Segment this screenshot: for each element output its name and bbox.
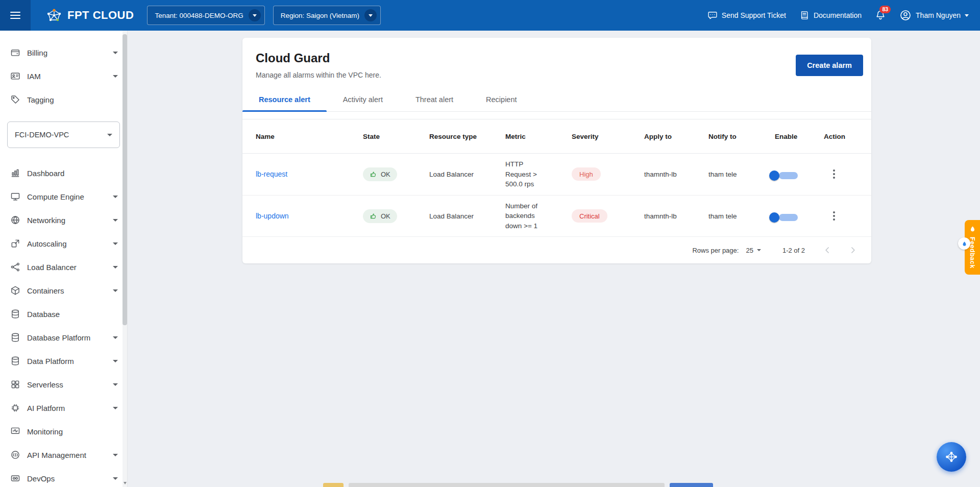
notifications-button[interactable]: 83: [875, 9, 886, 22]
database-platform-icon: [10, 332, 20, 343]
thumbs-up-icon: [370, 212, 377, 220]
table-header-row: Name State Resource type Metric Severity…: [242, 119, 871, 154]
chevron-down-icon: [113, 52, 118, 54]
page-title: Cloud Guard: [256, 51, 381, 65]
send-support-ticket-link[interactable]: Send Support Ticket: [707, 10, 786, 20]
sidebar-item-label: Billing: [27, 48, 47, 57]
sidebar-item-database[interactable]: Database: [0, 302, 127, 326]
col-apply-to: Apply to: [644, 133, 708, 140]
col-severity: Severity: [572, 133, 644, 140]
compute-engine-icon: [10, 191, 20, 202]
devops-icon: [10, 473, 20, 483]
sidebar-scrollbar-thumb[interactable]: [122, 34, 127, 325]
autoscaling-icon: [10, 238, 20, 249]
chevron-down-icon: [113, 477, 118, 480]
sidebar-item-api-management[interactable]: API Management: [0, 443, 127, 467]
chevron-right-icon[interactable]: [848, 245, 858, 255]
rows-per-page-select[interactable]: 25: [746, 247, 761, 254]
chevron-down-icon: [113, 383, 118, 386]
chevron-down-icon: [113, 360, 118, 362]
tenant-selector[interactable]: Tenant: 000488-DEMO-ORG: [147, 6, 264, 25]
chevron-down-icon: [113, 196, 118, 198]
scrollbar-down-arrow-icon[interactable]: [124, 482, 127, 484]
sidebar-item-label: Compute Engine: [27, 192, 84, 201]
sidebar-item-containers[interactable]: Containers: [0, 279, 127, 302]
sidebar-item-compute-engine[interactable]: Compute Engine: [0, 185, 127, 208]
sidebar-item-label: Database: [27, 310, 60, 319]
fpt-logo-icon: [46, 7, 62, 23]
sidebar-item-monitoring[interactable]: Monitoring: [0, 420, 127, 443]
brand-text: FPT CLOUD: [67, 9, 134, 22]
brand-logo[interactable]: FPT CLOUD: [46, 7, 134, 23]
sidebar-item-label: Serverless: [27, 380, 63, 389]
tab-resource-alert[interactable]: Resource alert: [242, 92, 327, 111]
user-name: Tham Nguyen: [916, 11, 961, 19]
sidebar-item-networking[interactable]: Networking: [0, 208, 127, 232]
sidebar-scrollbar[interactable]: [122, 31, 127, 487]
sidebar-item-serverless[interactable]: Serverless: [0, 373, 127, 396]
billing-icon: [10, 47, 20, 58]
chevron-down-icon: [757, 249, 761, 251]
thumbs-up-icon: [370, 171, 377, 178]
sidebar-item-tagging[interactable]: Tagging: [0, 88, 127, 111]
sidebar-item-devops[interactable]: DevOps: [0, 467, 127, 487]
create-alarm-button[interactable]: Create alarm: [796, 55, 863, 76]
alarm-name-link[interactable]: lb-updown: [256, 212, 289, 220]
sidebar-item-label: Autoscaling: [27, 239, 67, 248]
ai-platform-icon: [10, 403, 20, 413]
chevron-down-icon: [249, 9, 261, 21]
user-menu[interactable]: Tham Nguyen: [899, 9, 969, 21]
apply-to-cell: thamnth-lb: [644, 171, 708, 178]
pagination-range: 1-2 of 2: [782, 247, 805, 254]
col-enable: Enable: [775, 133, 824, 140]
resource-type-cell: Load Balancer: [429, 171, 505, 178]
state-badge: OK: [363, 167, 397, 181]
documentation-link[interactable]: Documentation: [799, 10, 862, 20]
tab-activity-alert[interactable]: Activity alert: [327, 92, 399, 111]
severity-badge: High: [572, 167, 601, 181]
chevron-down-icon: [113, 75, 118, 78]
sidebar-item-billing[interactable]: Billing: [0, 41, 127, 64]
chevron-down-icon: [113, 289, 118, 292]
serverless-icon: [10, 379, 20, 389]
ai-network-icon: [944, 449, 959, 465]
region-selector[interactable]: Region: Saigon (Vietnam): [273, 6, 381, 25]
row-actions-kebab-icon[interactable]: [829, 209, 839, 223]
sidebar-item-dashboard[interactable]: Dashboard: [0, 161, 127, 185]
sidebar-item-load-balancer[interactable]: Load Balancer: [0, 255, 127, 279]
feedback-bubble-icon: [958, 237, 970, 250]
resource-type-cell: Load Balancer: [429, 212, 505, 220]
alarm-name-link[interactable]: lb-request: [256, 170, 287, 178]
chevron-down-icon: [113, 266, 118, 269]
col-state: State: [363, 133, 429, 140]
chevron-down-icon: [113, 336, 118, 339]
tab-threat-alert[interactable]: Threat alert: [399, 92, 470, 111]
chevron-down-icon: [113, 242, 118, 245]
vpc-selector[interactable]: FCI-DEMO-VPC: [7, 121, 120, 148]
col-metric: Metric: [505, 133, 572, 140]
sidebar-item-database-platform[interactable]: Database Platform: [0, 326, 127, 349]
notify-to-cell: tham tele: [708, 212, 775, 220]
chevron-down-icon: [965, 14, 969, 17]
sidebar-item-iam[interactable]: IAM: [0, 64, 127, 88]
severity-badge: Critical: [572, 209, 607, 223]
chevron-down-icon: [113, 454, 118, 456]
feedback-tab[interactable]: Feedback: [965, 220, 980, 275]
sidebar-item-label: DevOps: [27, 474, 55, 483]
user-avatar-icon: [899, 9, 912, 21]
sidebar-item-data-platform[interactable]: Data Platform: [0, 349, 127, 373]
sidebar-item-ai-platform[interactable]: AI Platform: [0, 396, 127, 420]
hamburger-menu-icon[interactable]: [0, 0, 31, 31]
sidebar-item-label: Database Platform: [27, 333, 90, 342]
main-content: Cloud Guard Manage all alarms within the…: [128, 31, 980, 487]
bottom-edge-artifact: [323, 483, 713, 487]
col-action: Action: [824, 133, 858, 140]
sidebar-item-autoscaling[interactable]: Autoscaling: [0, 232, 127, 255]
chevron-left-icon[interactable]: [822, 245, 832, 255]
table-row: lb-request OK Load Balancer HTTP Request…: [242, 154, 871, 196]
chevron-down-icon: [113, 219, 118, 222]
row-actions-kebab-icon[interactable]: [829, 167, 839, 181]
ai-chat-fab[interactable]: [937, 442, 966, 472]
topbar: FPT CLOUD Tenant: 000488-DEMO-ORG Region…: [0, 0, 980, 31]
tab-recipient[interactable]: Recipient: [470, 92, 533, 111]
